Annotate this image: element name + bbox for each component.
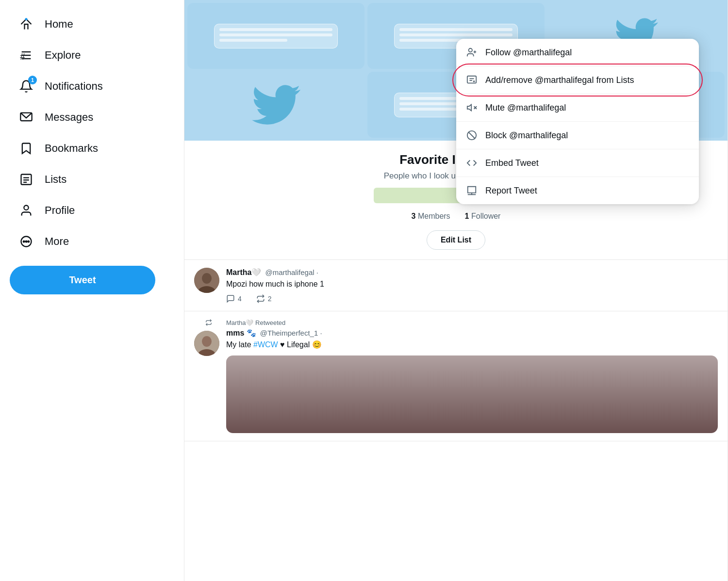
explore-icon: # [17,47,35,64]
tweet-button[interactable]: Tweet [10,266,155,294]
sidebar-item-label: Home [45,18,73,31]
context-menu-item-follow[interactable]: Follow @marthalifegal [456,39,699,66]
home-icon [17,16,35,33]
tweet-body-1: Martha🤍 @marthalifegal · Mpozi how much … [226,268,718,303]
tweet-author-handle-2: @Theimperfect_1 · [260,329,322,337]
sidebar-item-bookmarks[interactable]: Bookmarks [10,134,174,163]
notifications-icon: 1 [17,78,35,95]
tweets-section: Martha🤍 @marthalifegal · Mpozi how much … [184,260,728,441]
tweet-text-1: Mpozi how much is iphone 1 [226,279,718,290]
members-stat: 3 Members [412,212,450,221]
mute-icon [466,102,478,113]
context-menu-item-block[interactable]: Block @marthalifegal [456,122,699,149]
block-icon [466,129,478,141]
followers-stat: 1 Follower [465,212,501,221]
banner-cell-4 [187,72,364,138]
svg-point-10 [24,206,28,210]
context-menu-label-mute: Mute @marthalifegal [485,103,566,113]
retweet-count-1: 2 [268,295,272,303]
svg-point-19 [202,336,212,347]
svg-point-13 [26,241,27,242]
reply-count-1: 4 [238,295,242,303]
sidebar-item-explore[interactable]: # Explore [10,41,174,70]
svg-rect-24 [467,76,476,83]
tweet-body-2: Martha🤍 Retweeted mms 🐾 @Theimperfect_1 … [226,319,718,433]
svg-marker-29 [467,105,471,111]
context-menu-label-report: Report Tweet [485,186,537,196]
svg-point-14 [28,241,29,242]
lists-icon [17,171,35,188]
svg-point-16 [202,273,212,284]
sidebar-item-more[interactable]: More [10,227,174,256]
reply-action-1[interactable]: 4 [226,294,242,303]
context-menu-label-block: Block @marthalifegal [485,130,568,141]
context-menu: Follow @marthalifegal Add/remove @martha… [456,39,699,204]
sidebar-item-label: Profile [45,204,75,217]
messages-icon [17,109,35,126]
svg-point-21 [469,48,472,52]
tweet-image-2 [226,355,718,433]
sidebar-item-messages[interactable]: Messages [10,103,174,132]
tweet-author-name-2: mms 🐾 [226,328,256,338]
sidebar-item-profile[interactable]: Profile [10,196,174,225]
more-icon [17,233,35,250]
context-menu-item-mute[interactable]: Mute @marthalifegal [456,94,699,122]
main-content: Favorite Influencer People who I look up… [184,0,728,581]
sidebar-item-label: Notifications [45,80,103,93]
svg-line-33 [469,132,475,139]
follow-icon [466,47,478,58]
context-menu-item-report[interactable]: Report Tweet [456,177,699,204]
svg-point-0 [26,18,27,20]
tweet-author-handle-1: @marthalifegal · [265,268,318,276]
sidebar-item-notifications[interactable]: 1 Notifications [10,72,174,101]
list-add-icon [466,74,478,86]
embed-icon [466,157,478,169]
sidebar-item-label: Explore [45,49,81,62]
tweet-avatar-1 [194,268,219,293]
report-icon [466,185,478,196]
sidebar-item-label: Messages [45,111,93,124]
tweet-text-2: My late #WCW ♥ Lifegal 😊 [226,339,718,350]
sidebar-nav: Home # Explore 1 Notification [10,10,174,256]
profile-icon [17,202,35,219]
tweet-author-name-1: Martha🤍 [226,268,261,277]
list-stats: 3 Members 1 Follower [204,212,708,221]
tweet-actions-1: 4 2 [226,294,718,303]
bookmarks-icon [17,140,35,157]
sidebar-item-label: Lists [45,173,66,186]
context-menu-label-follow: Follow @marthalifegal [485,48,572,58]
sidebar-item-label: More [45,235,69,248]
sidebar-item-lists[interactable]: Lists [10,165,174,194]
edit-list-button[interactable]: Edit List [427,230,485,250]
svg-point-12 [23,241,25,242]
context-menu-label-embed: Embed Tweet [485,158,539,168]
sidebar-item-label: Bookmarks [45,142,98,155]
svg-text:#: # [20,51,25,62]
sidebar-item-home[interactable]: Home [10,10,174,39]
context-menu-item-embed[interactable]: Embed Tweet [456,149,699,177]
banner-cell-1 [187,3,364,69]
context-menu-label-list: Add/remove @marthalifegal from Lists [485,75,634,85]
notification-badge: 1 [28,76,37,84]
retweet-action-1[interactable]: 2 [256,294,272,303]
tweet-header-1: Martha🤍 @marthalifegal · [226,268,718,277]
twitter-bird-icon [252,81,300,129]
context-menu-item-list[interactable]: Add/remove @marthalifegal from Lists [456,66,699,94]
tweet-header-2: mms 🐾 @Theimperfect_1 · [226,328,718,338]
retweet-label: Martha🤍 Retweeted [226,319,718,326]
tweet-item-1: Martha🤍 @marthalifegal · Mpozi how much … [184,260,728,311]
sidebar: Home # Explore 1 Notification [0,0,184,581]
tweet-avatar-2 [194,331,219,356]
tweet-item-2: Martha🤍 Retweeted mms 🐾 @Theimperfect_1 … [184,311,728,441]
